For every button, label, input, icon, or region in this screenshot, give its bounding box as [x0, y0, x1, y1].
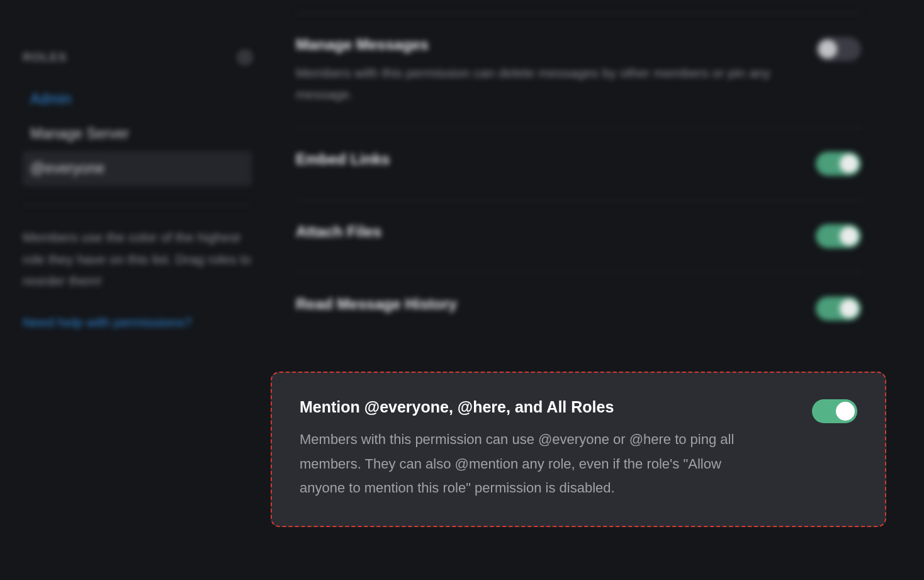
permission-title: Read Message History: [296, 295, 457, 313]
permission-read-history: Read Message History: [296, 272, 861, 344]
roles-hint-text: Members use the color of the highest rol…: [23, 227, 252, 292]
role-item-manage-server[interactable]: Manage Server: [23, 117, 252, 151]
permission-embed-links: Embed Links: [296, 127, 861, 200]
permissions-panel: Manage Messages Members with this permis…: [271, 0, 924, 580]
toggle-attach-files[interactable]: [816, 224, 861, 248]
role-item-admin[interactable]: Admin: [23, 82, 252, 117]
blurred-permissions: Manage Messages Members with this permis…: [296, 13, 861, 344]
permission-mention-everyone-highlight: Mention @everyone, @here, and All Roles …: [271, 372, 886, 527]
app-root: ROLES Admin Manage Server @everyone Memb…: [0, 0, 924, 580]
add-role-icon[interactable]: [238, 50, 252, 64]
permission-text: Manage Messages Members with this permis…: [296, 36, 774, 105]
permission-title: Attach Files: [296, 223, 381, 241]
permissions-help-link[interactable]: Need help with permissions?: [23, 315, 252, 330]
toggle-mention-everyone[interactable]: [812, 399, 857, 423]
roles-header: ROLES: [23, 50, 252, 64]
permission-text: Mention @everyone, @here, and All Roles …: [300, 398, 765, 501]
permission-attach-files: Attach Files: [296, 200, 861, 272]
role-item-everyone[interactable]: @everyone: [23, 151, 252, 186]
permission-title: Embed Links: [296, 151, 390, 168]
sidebar-divider: [23, 205, 252, 205]
toggle-embed-links[interactable]: [816, 152, 861, 176]
permission-title: Manage Messages: [296, 36, 774, 54]
toggle-manage-messages[interactable]: [816, 37, 861, 61]
permission-title: Mention @everyone, @here, and All Roles: [300, 398, 765, 416]
toggle-read-history[interactable]: [816, 297, 861, 321]
roles-title: ROLES: [23, 50, 67, 64]
permission-manage-messages: Manage Messages Members with this permis…: [296, 13, 861, 127]
permission-description: Members with this permission can use @ev…: [300, 428, 765, 501]
roles-sidebar: ROLES Admin Manage Server @everyone Memb…: [0, 0, 271, 580]
permission-description: Members with this permission can delete …: [296, 62, 774, 105]
